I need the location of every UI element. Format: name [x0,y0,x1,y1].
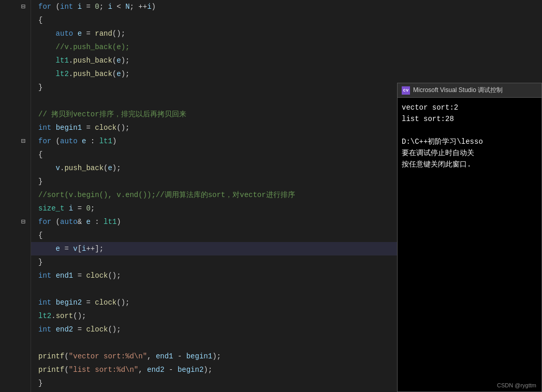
console-line: vector sort:2 [402,102,537,113]
fold-minus-17[interactable]: ⊟ [21,215,25,229]
console-line: D:\C++初阶学习\lesso [402,136,537,147]
console-line: 要在调试停止时自动关 [402,147,537,159]
code-line-12: { [31,148,404,161]
code-line-19: e = v[i++]; [31,242,404,255]
console-body: vector sort:2list sort:28 D:\C++初阶学习\les… [398,98,541,174]
code-line-27: printf("vector sort:%d\n", end1 - begin1… [31,350,404,363]
console-footer: CSDN @rygttm [497,382,536,388]
code-line-2: { [31,13,404,27]
code-lines: for (int i = 0; i < N; ++i){ auto e = ra… [31,0,404,392]
code-line-3: auto e = rand(); [31,27,404,40]
code-line-29: } [31,376,404,390]
vs-icon: cv [402,86,410,95]
code-line-17: for (auto& e : lt1) [31,215,404,229]
code-line-18: { [31,229,404,242]
console-line: list sort:28 [402,113,537,125]
code-line-16: size_t i = 0; [31,202,404,215]
code-line-22 [31,282,404,296]
code-line-10: int begin1 = clock(); [31,121,404,134]
code-line-9: // 拷贝到vector排序，排完以后再拷贝回来 [31,108,404,121]
code-line-28: printf("list sort:%d\n", end2 - begin2); [31,363,404,376]
code-line-15: //sort(v.begin(), v.end());//调用算法库的sort，… [31,188,404,202]
code-line-8 [31,94,404,108]
code-line-14: } [31,175,404,188]
code-line-23: int begin2 = clock(); [31,296,404,309]
console-titlebar: cv Microsoft Visual Studio 调试控制 [398,83,541,98]
code-line-6: lt2.push_back(e); [31,67,404,81]
console-line: 按任意键关闭此窗口. [402,159,537,170]
console-window: cv Microsoft Visual Studio 调试控制 vector s… [397,83,542,392]
code-line-5: lt1.push_back(e); [31,54,404,67]
code-line-20: } [31,255,404,269]
code-line-13: v.push_back(e); [31,161,404,175]
fold-minus-1[interactable]: ⊟ [21,0,25,13]
code-editor: ⊟⊟⊟ for (int i = 0; i < N; ++i){ auto e … [0,0,404,392]
code-line-24: lt2.sort(); [31,309,404,323]
code-line-21: int end1 = clock(); [31,269,404,282]
code-line-25: int end2 = clock(); [31,323,404,336]
console-title: Microsoft Visual Studio 调试控制 [413,86,503,95]
console-line [402,125,537,136]
code-line-1: for (int i = 0; i < N; ++i) [31,0,404,13]
line-gutter: ⊟⊟⊟ [0,0,31,392]
fold-minus-11[interactable]: ⊟ [21,134,25,148]
code-line-26 [31,336,404,350]
code-line-4: //v.push_back(e); [31,40,404,54]
code-line-11: for (auto e : lt1) [31,134,404,148]
code-line-7: } [31,81,404,94]
